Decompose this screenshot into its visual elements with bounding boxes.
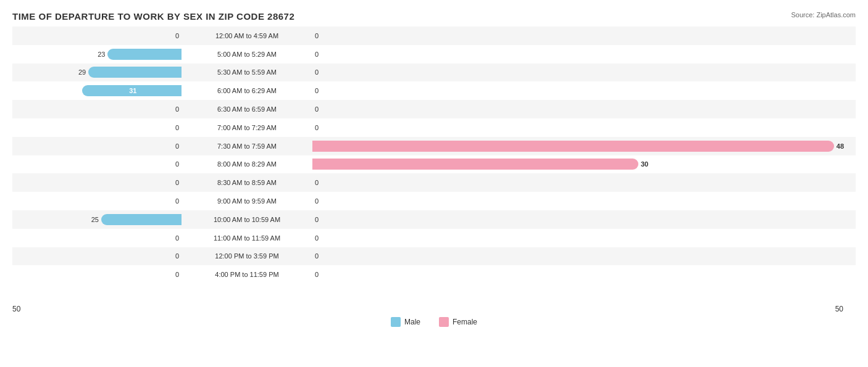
time-label: 6:00 AM to 6:29 AM — [185, 87, 309, 94]
female-bar — [312, 141, 834, 152]
male-value-label: 0 — [175, 252, 179, 260]
female-value-label: 0 — [315, 124, 319, 131]
chart-area: 012:00 AM to 4:59 AM0235:00 AM to 5:29 A… — [12, 27, 856, 321]
time-label: 12:00 PM to 3:59 PM — [185, 252, 309, 260]
bar-row: 2510:00 AM to 10:59 AM0 — [12, 210, 856, 229]
time-label: 10:00 AM to 10:59 AM — [185, 216, 309, 223]
male-value-label: 0 — [175, 271, 179, 278]
male-value-label: 23 — [98, 51, 105, 58]
bar-row: 012:00 PM to 3:59 PM0 — [12, 247, 856, 266]
time-label: 5:30 AM to 5:59 AM — [185, 68, 309, 76]
bar-row: 06:30 AM to 6:59 AM0 — [12, 100, 856, 118]
time-label: 7:00 AM to 7:29 AM — [185, 124, 309, 131]
bar-row: 07:30 AM to 7:59 AM48 — [12, 137, 856, 155]
bar-row: 295:30 AM to 5:59 AM0 — [12, 64, 856, 82]
legend-female-box — [439, 317, 449, 327]
male-bar — [88, 67, 182, 78]
legend: Male Female — [12, 317, 856, 327]
female-value-label: 0 — [315, 179, 319, 186]
male-bar — [107, 49, 182, 60]
time-label: 12:00 AM to 4:59 AM — [185, 32, 309, 39]
chart-container: TIME OF DEPARTURE TO WORK BY SEX IN ZIP … — [0, 0, 868, 367]
bar-row: 235:00 AM to 5:29 AM0 — [12, 45, 856, 64]
male-value-label: 0 — [175, 197, 179, 205]
time-label: 11:00 AM to 11:59 AM — [185, 234, 309, 242]
axis-bottom: 50 50 — [12, 305, 856, 313]
female-bar — [312, 159, 638, 170]
bar-row: 08:30 AM to 8:59 AM0 — [12, 173, 856, 192]
bar-row: 09:00 AM to 9:59 AM0 — [12, 192, 856, 210]
female-value-label: 0 — [315, 87, 319, 94]
bar-row: 04:00 PM to 11:59 PM0 — [12, 265, 856, 284]
male-bar — [101, 214, 182, 225]
female-value-label: 0 — [315, 197, 319, 205]
time-label: 9:00 AM to 9:59 AM — [185, 197, 309, 205]
female-value-label: 0 — [315, 252, 319, 260]
time-label: 6:30 AM to 6:59 AM — [185, 105, 309, 113]
female-value-label: 0 — [315, 68, 319, 76]
axis-left-value: 50 — [12, 305, 185, 313]
legend-female-label: Female — [453, 318, 477, 326]
time-label: 8:30 AM to 8:59 AM — [185, 179, 309, 186]
rows-container: 012:00 AM to 4:59 AM0235:00 AM to 5:29 A… — [12, 27, 856, 302]
male-value-label: 0 — [175, 32, 179, 39]
male-value-label: 29 — [78, 68, 86, 76]
time-label: 4:00 PM to 11:59 PM — [185, 271, 309, 278]
time-label: 8:00 AM to 8:29 AM — [185, 160, 309, 168]
male-value-label: 0 — [175, 160, 179, 168]
female-value-label: 0 — [315, 216, 319, 223]
time-label: 7:30 AM to 7:59 AM — [185, 142, 309, 150]
female-value-label: 0 — [315, 51, 319, 58]
male-value-label: 0 — [175, 105, 179, 113]
bar-row: 011:00 AM to 11:59 AM0 — [12, 229, 856, 247]
bar-row: 07:00 AM to 7:29 AM0 — [12, 118, 856, 137]
source-text: Source: ZipAtlas.com — [791, 11, 856, 19]
bar-row: 012:00 AM to 4:59 AM0 — [12, 27, 856, 45]
female-value-label: 0 — [315, 105, 319, 113]
chart-title: TIME OF DEPARTURE TO WORK BY SEX IN ZIP … — [12, 11, 856, 22]
bar-row: 316:00 AM to 6:29 AM0 — [12, 81, 856, 100]
legend-male-box — [391, 317, 401, 327]
female-value-label: 30 — [641, 160, 648, 168]
male-value-label: 0 — [175, 179, 179, 186]
axis-right-value: 50 — [309, 305, 856, 313]
male-value-label: 0 — [175, 142, 179, 150]
legend-female: Female — [439, 317, 477, 327]
male-value-label: 31 — [129, 87, 136, 94]
male-value-label: 0 — [175, 234, 179, 242]
female-value-label: 48 — [837, 142, 844, 150]
female-value-label: 0 — [315, 271, 319, 278]
bar-row: 08:00 AM to 8:29 AM30 — [12, 155, 856, 174]
female-value-label: 0 — [315, 234, 319, 242]
legend-male: Male — [391, 317, 420, 327]
time-label: 5:00 AM to 5:29 AM — [185, 51, 309, 58]
legend-male-label: Male — [404, 318, 420, 326]
male-value-label: 0 — [175, 124, 179, 131]
male-value-label: 25 — [91, 216, 99, 223]
female-value-label: 0 — [315, 32, 319, 39]
